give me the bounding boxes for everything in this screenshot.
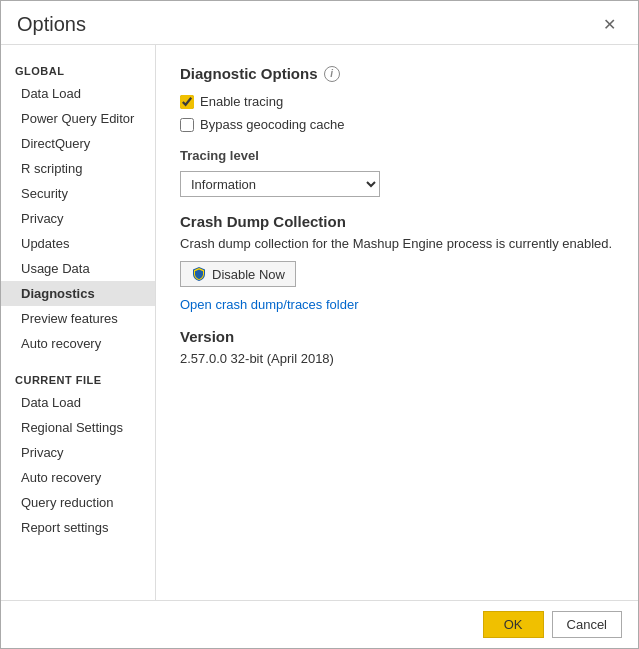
enable-tracing-row: Enable tracing [180,94,614,109]
close-button[interactable]: ✕ [597,15,622,35]
shield-icon [191,266,207,282]
sidebar-item-cf-data-load[interactable]: Data Load [1,390,155,415]
tracing-level-select[interactable]: Information Verbose Warning Error [180,171,380,197]
sidebar-item-r-scripting[interactable]: R scripting [1,156,155,181]
current-file-section-label: CURRENT FILE [1,366,155,390]
diagnostic-options-section: Diagnostic Options i [180,65,614,82]
bypass-geocoding-row: Bypass geocoding cache [180,117,614,132]
sidebar-item-preview-features[interactable]: Preview features [1,306,155,331]
info-icon: i [324,66,340,82]
sidebar-item-cf-report-settings[interactable]: Report settings [1,515,155,540]
dialog-title: Options [17,13,86,36]
global-section-label: GLOBAL [1,57,155,81]
options-dialog: Options ✕ GLOBAL Data Load Power Query E… [0,0,639,649]
version-text: 2.57.0.0 32-bit (April 2018) [180,351,614,366]
crash-dump-desc: Crash dump collection for the Mashup Eng… [180,236,614,251]
crash-dump-title: Crash Dump Collection [180,213,614,230]
sidebar-item-privacy[interactable]: Privacy [1,206,155,231]
bypass-geocoding-checkbox[interactable] [180,118,194,132]
sidebar-item-usage-data[interactable]: Usage Data [1,256,155,281]
enable-tracing-label: Enable tracing [200,94,283,109]
sidebar-item-cf-auto-recovery[interactable]: Auto recovery [1,465,155,490]
sidebar-item-direct-query[interactable]: DirectQuery [1,131,155,156]
sidebar-item-auto-recovery-global[interactable]: Auto recovery [1,331,155,356]
disable-now-button[interactable]: Disable Now [180,261,296,287]
dialog-footer: OK Cancel [1,600,638,648]
dialog-body: GLOBAL Data Load Power Query Editor Dire… [1,44,638,600]
tracing-level-row: Information Verbose Warning Error [180,171,614,197]
sidebar-item-cf-privacy[interactable]: Privacy [1,440,155,465]
enable-tracing-checkbox[interactable] [180,95,194,109]
bypass-geocoding-label: Bypass geocoding cache [200,117,345,132]
sidebar-item-cf-regional-settings[interactable]: Regional Settings [1,415,155,440]
cancel-button[interactable]: Cancel [552,611,622,638]
ok-button[interactable]: OK [483,611,544,638]
open-crash-folder-link[interactable]: Open crash dump/traces folder [180,297,358,312]
sidebar-item-data-load[interactable]: Data Load [1,81,155,106]
version-title: Version [180,328,614,345]
sidebar: GLOBAL Data Load Power Query Editor Dire… [1,45,156,600]
sidebar-item-cf-query-reduction[interactable]: Query reduction [1,490,155,515]
sidebar-item-power-query-editor[interactable]: Power Query Editor [1,106,155,131]
sidebar-item-diagnostics[interactable]: Diagnostics [1,281,155,306]
disable-now-label: Disable Now [212,267,285,282]
title-bar: Options ✕ [1,1,638,44]
tracing-level-title: Tracing level [180,148,614,163]
sidebar-item-security[interactable]: Security [1,181,155,206]
diagnostic-options-title: Diagnostic Options [180,65,318,82]
content-area: Diagnostic Options i Enable tracing Bypa… [156,45,638,600]
sidebar-item-updates[interactable]: Updates [1,231,155,256]
